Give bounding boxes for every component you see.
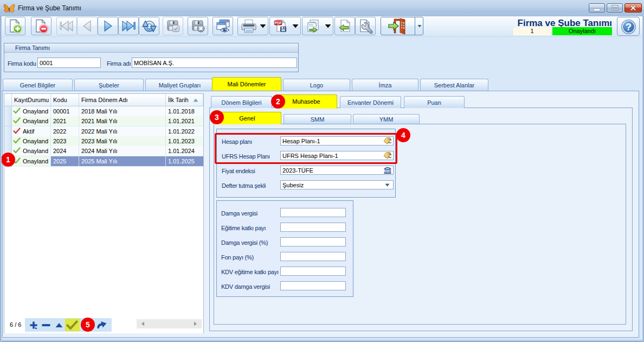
svg-text:?: ? bbox=[626, 22, 632, 33]
svg-text:PDF: PDF bbox=[275, 21, 282, 25]
